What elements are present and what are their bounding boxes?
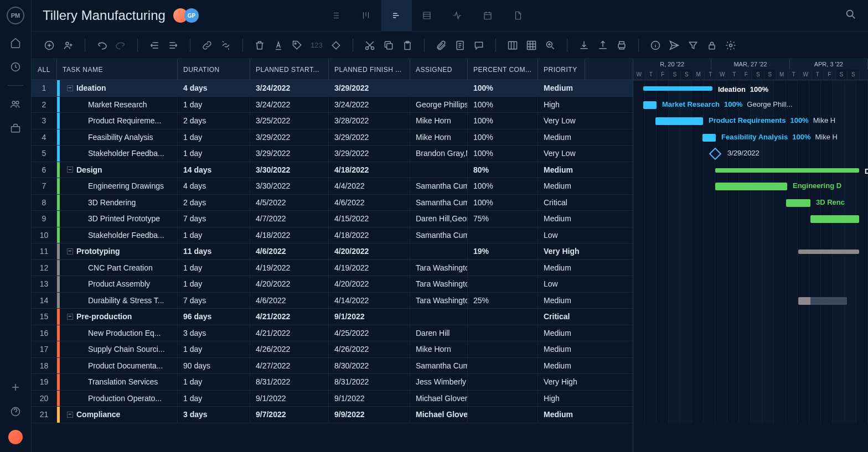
percent-cell[interactable]: 100% [468, 113, 538, 129]
percent-cell[interactable] [468, 374, 538, 390]
task-row[interactable]: 1−Ideation4 days3/24/20223/29/2022100%Me… [32, 80, 633, 97]
view-activity-icon[interactable] [442, 0, 473, 32]
priority-cell[interactable]: Medium [538, 162, 585, 178]
finish-cell[interactable]: 4/18/2022 [329, 227, 410, 243]
start-cell[interactable]: 4/26/2022 [250, 341, 329, 357]
percent-cell[interactable]: 80% [468, 162, 538, 178]
task-row[interactable]: 83D Rendering2 days4/5/20224/6/2022Saman… [32, 195, 633, 211]
task-row[interactable]: 16New Production Eq...3 days4/21/20224/2… [32, 325, 633, 342]
priority-cell[interactable]: Low [538, 227, 585, 243]
gantt-pane[interactable]: R, 20 '22MAR, 27 '22APR, 3 '22 WTFSSMTWT… [633, 59, 868, 452]
percent-cell[interactable] [468, 341, 538, 357]
percent-cell[interactable] [468, 227, 538, 243]
delete-icon[interactable] [254, 40, 265, 51]
tag-icon[interactable] [292, 40, 303, 51]
collapse-icon[interactable]: − [67, 412, 73, 418]
duration-cell[interactable]: 2 days [178, 195, 250, 211]
assigned-cell[interactable]: Mike Horn [410, 129, 468, 146]
view-file-icon[interactable] [503, 0, 534, 32]
gantt-bar[interactable]: Engineering D [715, 183, 787, 190]
gantt-row[interactable]: 3/29/2022 [633, 146, 868, 162]
task-name-cell[interactable]: Durability & Stress T... [57, 293, 178, 309]
priority-cell[interactable]: Very Low [538, 146, 585, 162]
gantt-bar[interactable] [810, 215, 859, 223]
finish-cell[interactable]: 4/15/2022 [329, 211, 410, 227]
start-cell[interactable]: 4/5/2022 [250, 195, 329, 211]
indent-icon[interactable] [168, 40, 179, 51]
percent-cell[interactable] [468, 276, 538, 292]
gantt-row[interactable] [633, 341, 868, 358]
percent-cell[interactable]: 25% [468, 293, 538, 309]
finish-cell[interactable]: 3/29/2022 [329, 146, 410, 162]
collapse-icon[interactable]: − [67, 248, 73, 254]
gantt-row[interactable] [633, 260, 868, 277]
collapse-icon[interactable]: − [67, 85, 73, 91]
task-row[interactable]: 10Stakeholder Feedba...1 day4/18/20224/1… [32, 227, 633, 244]
task-row[interactable]: 15−Pre-production96 days4/21/20229/1/202… [32, 309, 633, 325]
gantt-row[interactable]: Market Research100%George Phill... [633, 97, 868, 113]
export-icon[interactable] [597, 40, 608, 51]
task-name-cell[interactable]: Engineering Drawings [57, 178, 178, 194]
import-icon[interactable] [578, 40, 590, 51]
assigned-cell[interactable]: Daren Hill,Geor [410, 211, 468, 227]
task-row[interactable]: 19Translation Services1 day8/31/20228/31… [32, 374, 633, 391]
priority-cell[interactable]: Very High [538, 243, 585, 259]
home-icon[interactable] [9, 37, 22, 49]
start-cell[interactable]: 3/30/2022 [250, 178, 329, 194]
finish-cell[interactable]: 8/31/2022 [329, 374, 410, 390]
add-task-icon[interactable] [44, 40, 55, 51]
gantt-bar[interactable]: Feasibility Analysis100%Mike H [702, 134, 716, 142]
start-cell[interactable]: 4/6/2022 [250, 243, 329, 259]
task-name-cell[interactable]: Product Requireme... [57, 113, 178, 129]
priority-cell[interactable]: Critical [538, 309, 585, 325]
priority-cell[interactable]: Medium [538, 129, 585, 146]
finish-cell[interactable]: 4/19/2022 [329, 260, 410, 276]
assigned-cell[interactable] [410, 309, 468, 325]
priority-cell[interactable]: Medium [538, 358, 585, 374]
assigned-cell[interactable] [410, 162, 468, 178]
start-cell[interactable]: 3/24/2022 [250, 97, 329, 113]
assigned-cell[interactable] [410, 80, 468, 96]
assigned-cell[interactable]: Michael Glover [410, 391, 468, 407]
milestone-icon[interactable] [330, 40, 342, 51]
percent-cell[interactable] [468, 260, 538, 276]
finish-cell[interactable]: 4/18/2022 [329, 162, 410, 178]
col-task[interactable]: TASK NAME [57, 59, 178, 80]
start-cell[interactable]: 9/7/2022 [250, 407, 329, 423]
start-cell[interactable]: 4/20/2022 [250, 276, 329, 292]
assigned-cell[interactable]: Jess Wimberly [410, 374, 468, 390]
finish-cell[interactable]: 9/1/2022 [329, 309, 410, 325]
priority-cell[interactable]: Medium [538, 211, 585, 227]
task-row[interactable]: 5Stakeholder Feedba...1 day3/29/20223/29… [32, 146, 633, 162]
finish-cell[interactable]: 4/4/2022 [329, 178, 410, 194]
duration-cell[interactable]: 90 days [178, 358, 250, 374]
task-name-cell[interactable]: Feasibility Analysis [57, 129, 178, 146]
briefcase-icon[interactable] [9, 122, 22, 134]
task-name-cell[interactable]: 3D Rendering [57, 195, 178, 211]
gantt-bar[interactable]: Market Research100%George Phill... [643, 101, 657, 109]
gantt-bar[interactable] [798, 250, 859, 254]
gantt-body[interactable]: Ideation100%Market Research100%George Ph… [633, 80, 868, 423]
assigned-cell[interactable]: Samantha Cum [410, 178, 468, 194]
priority-cell[interactable]: Low [538, 276, 585, 292]
col-all[interactable]: ALL [32, 59, 57, 80]
text-color-icon[interactable] [273, 40, 284, 51]
gantt-row[interactable]: Product Requirements100%Mike H [633, 113, 868, 129]
percent-cell[interactable]: 100% [468, 80, 538, 96]
priority-cell[interactable]: Very High [538, 374, 585, 390]
member-avatars[interactable]: GP [177, 8, 199, 23]
task-name-cell[interactable]: Product Documenta... [57, 358, 178, 374]
gantt-bar[interactable]: Design80% [715, 168, 859, 173]
start-cell[interactable]: 3/30/2022 [250, 162, 329, 178]
task-name-cell[interactable]: Stakeholder Feedba... [57, 146, 178, 162]
start-cell[interactable]: 4/27/2022 [250, 358, 329, 374]
start-cell[interactable]: 8/31/2022 [250, 374, 329, 390]
col-assigned[interactable]: ASSIGNED [410, 59, 468, 80]
task-name-cell[interactable]: Market Research [57, 97, 178, 113]
task-name-cell[interactable]: Translation Services [57, 374, 178, 390]
recent-icon[interactable] [9, 61, 22, 73]
percent-cell[interactable] [468, 407, 538, 423]
avatar-2[interactable]: GP [184, 8, 199, 23]
lock-icon[interactable] [706, 40, 717, 51]
start-cell[interactable]: 3/24/2022 [250, 80, 329, 96]
